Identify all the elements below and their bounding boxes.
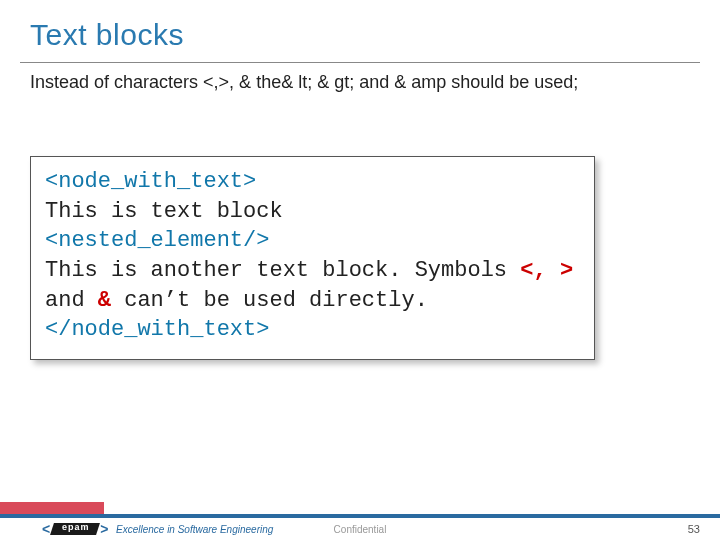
slide: Text blocks Instead of characters <,>, &… [0, 0, 720, 540]
symbol-lt: < [520, 258, 533, 283]
footer-accent-bar [0, 502, 104, 514]
code-text: This is another text block. Symbols [45, 258, 520, 283]
symbol-comma: , [533, 258, 559, 283]
symbol-amp: & [98, 288, 111, 313]
code-text-line: This is text block [45, 197, 580, 227]
code-close-tag: </node_with_text> [45, 317, 269, 342]
symbol-gt: > [560, 258, 573, 283]
code-text-line: This is another text block. Symbols <, > [45, 256, 580, 286]
code-nested-tag: <nested_element/> [45, 228, 269, 253]
code-text-line: and & can’t be used directly. [45, 286, 580, 316]
slide-subtitle: Instead of characters <,>, & the& lt; & … [30, 72, 578, 93]
code-open-tag: <node_with_text> [45, 169, 256, 194]
code-text: and [45, 288, 98, 313]
title-divider [20, 62, 700, 63]
code-block: <node_with_text> This is text block <nes… [30, 156, 595, 360]
code-text: can’t be used directly. [111, 288, 428, 313]
page-number: 53 [688, 523, 700, 535]
footer: < epam > Excellence in Software Engineer… [0, 518, 720, 540]
slide-title: Text blocks [30, 18, 184, 52]
footer-confidential: Confidential [0, 524, 720, 535]
